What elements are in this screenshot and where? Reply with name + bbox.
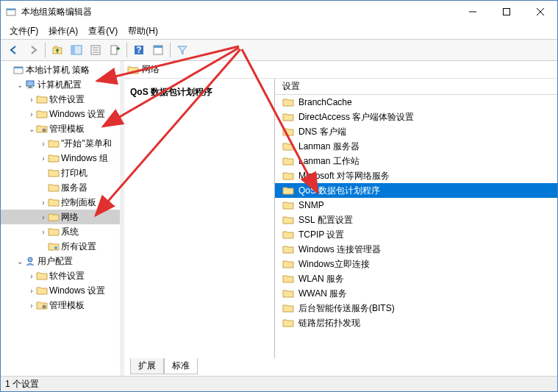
filter-button[interactable] [174, 41, 191, 59]
maximize-button[interactable] [490, 1, 523, 23]
list-item-label: Windows立即连接 [298, 258, 370, 271]
statusbar: 1 个设置 [1, 377, 557, 391]
back-button[interactable] [5, 41, 23, 59]
tree-toggle-icon[interactable]: ⌄ [15, 81, 24, 89]
folder-icon [36, 299, 48, 311]
properties-button[interactable] [87, 41, 104, 59]
menu-action[interactable]: 操作(A) [44, 24, 82, 39]
list-item[interactable]: SSL 配置设置 [275, 213, 557, 227]
folder-icon [12, 64, 24, 76]
svg-rect-3 [504, 9, 510, 15]
tab-extended[interactable]: 扩展 [130, 358, 164, 374]
folder-icon [48, 152, 60, 164]
tree-toggle-icon[interactable]: › [39, 199, 48, 207]
titlebar: 本地组策略编辑器 [1, 1, 557, 23]
tree-user-software-settings[interactable]: ›软件设置 [1, 268, 120, 283]
folder-icon [24, 255, 36, 267]
tab-standard[interactable]: 标准 [164, 358, 198, 374]
list-item[interactable]: Lanman 工作站 [275, 154, 557, 168]
list-item-label: 链路层拓扑发现 [298, 317, 360, 329]
tree-system[interactable]: ›系统 [1, 224, 120, 239]
tree-windows-components[interactable]: ›Windows 组 [1, 151, 120, 165]
list-item[interactable]: QoS 数据包计划程序 [275, 183, 557, 198]
menu-help[interactable]: 帮助(H) [124, 24, 162, 39]
tree-root[interactable]: 本地计算机 策略 [1, 63, 120, 77]
svg-point-24 [54, 246, 57, 249]
close-button[interactable] [523, 1, 557, 23]
svg-rect-13 [111, 46, 117, 54]
tree-toggle-icon[interactable]: › [27, 302, 36, 310]
folder-icon [48, 226, 60, 238]
tree-label: 服务器 [61, 182, 90, 194]
list-item-label: Windows 连接管理器 [298, 243, 381, 256]
folder-icon [282, 96, 294, 108]
tree-toggle-icon[interactable]: › [27, 96, 36, 104]
list-item-label: WWAN 服务 [298, 288, 347, 300]
tree-toggle-icon[interactable]: › [39, 140, 48, 148]
tree-windows-settings[interactable]: ›Windows 设置 [1, 107, 120, 121]
tree-toggle-icon[interactable]: › [27, 287, 36, 295]
folder-icon [48, 240, 60, 252]
toolbar: ? [1, 39, 557, 61]
list-item[interactable]: 后台智能传送服务(BITS) [275, 301, 557, 316]
detail-panel: QoS 数据包计划程序 [124, 79, 275, 358]
menu-view[interactable]: 查看(V) [84, 24, 122, 39]
list-item[interactable]: TCPIP 设置 [275, 227, 557, 242]
svg-point-23 [43, 129, 46, 132]
help-button[interactable]: ? [130, 41, 148, 59]
tree-toggle-icon[interactable]: › [39, 228, 48, 236]
tree-toggle-icon[interactable]: › [39, 154, 48, 163]
svg-text:?: ? [136, 45, 141, 55]
svg-rect-22 [27, 88, 33, 88]
list-column: 设置 BranchCacheDirectAccess 客户端体验设置DNS 客户… [275, 79, 557, 358]
tree-label: Windows 组 [61, 152, 111, 165]
list-item[interactable]: DNS 客户端 [275, 124, 557, 139]
folder-icon [36, 123, 48, 135]
folder-icon [282, 214, 294, 226]
tree-toggle-icon[interactable]: ⌄ [27, 125, 36, 133]
tree-user-config[interactable]: ⌄用户配置 [1, 254, 120, 268]
list-item[interactable]: Windows 连接管理器 [275, 242, 557, 257]
export-button[interactable] [106, 41, 124, 59]
tree-user-windows-settings[interactable]: ›Windows 设置 [1, 283, 120, 298]
tree-software-settings[interactable]: ›软件设置 [1, 92, 120, 107]
menu-file[interactable]: 文件(F) [5, 24, 43, 39]
tree-toggle-icon[interactable]: › [39, 213, 48, 221]
folder-icon [48, 196, 60, 208]
list-item[interactable]: Windows立即连接 [275, 257, 557, 271]
tree-network[interactable]: ›网络 [1, 210, 120, 224]
list-item[interactable]: WLAN 服务 [275, 271, 557, 286]
list-item[interactable]: WWAN 服务 [275, 286, 557, 301]
tree-server[interactable]: 服务器 [1, 180, 120, 195]
tree-all-settings[interactable]: 所有设置 [1, 239, 120, 254]
list-item[interactable]: BranchCache [275, 95, 557, 110]
tree-label: 所有设置 [61, 240, 99, 253]
tree-label: 用户配置 [37, 255, 76, 268]
options-button[interactable] [149, 41, 167, 59]
content-area: 本地计算机 策略⌄计算机配置›软件设置›Windows 设置⌄管理模板›"开始"… [1, 61, 557, 377]
list-item[interactable]: SNMP [275, 198, 557, 213]
up-button[interactable] [49, 41, 66, 59]
tree-start-menu[interactable]: ›"开始"菜单和 [1, 136, 120, 151]
list-item[interactable]: Microsoft 对等网络服务 [275, 168, 557, 183]
tree-admin-templates[interactable]: ⌄管理模板 [1, 121, 120, 136]
tree-label: Windows 设置 [49, 285, 108, 297]
tree-printers[interactable]: 打印机 [1, 165, 120, 180]
forward-button[interactable] [24, 41, 42, 59]
list-body[interactable]: BranchCacheDirectAccess 客户端体验设置DNS 客户端La… [275, 95, 557, 358]
folder-icon [36, 93, 48, 105]
list-header[interactable]: 设置 [275, 79, 557, 95]
tree-control-panel[interactable]: ›控制面板 [1, 195, 120, 210]
tree-computer-config[interactable]: ⌄计算机配置 [1, 77, 120, 92]
tree-toggle-icon[interactable]: ⌄ [15, 257, 24, 266]
show-hide-tree-button[interactable] [68, 41, 85, 59]
tree-pane[interactable]: 本地计算机 策略⌄计算机配置›软件设置›Windows 设置⌄管理模板›"开始"… [1, 61, 124, 376]
tree-user-admin-templates[interactable]: ›管理模板 [1, 298, 120, 313]
list-item[interactable]: DirectAccess 客户端体验设置 [275, 110, 557, 124]
list-item-label: WLAN 服务 [298, 273, 344, 285]
tree-toggle-icon[interactable]: › [27, 272, 36, 280]
list-item[interactable]: Lanman 服务器 [275, 139, 557, 154]
list-item[interactable]: 链路层拓扑发现 [275, 316, 557, 330]
tree-toggle-icon[interactable]: › [27, 110, 36, 118]
minimize-button[interactable] [456, 1, 490, 23]
